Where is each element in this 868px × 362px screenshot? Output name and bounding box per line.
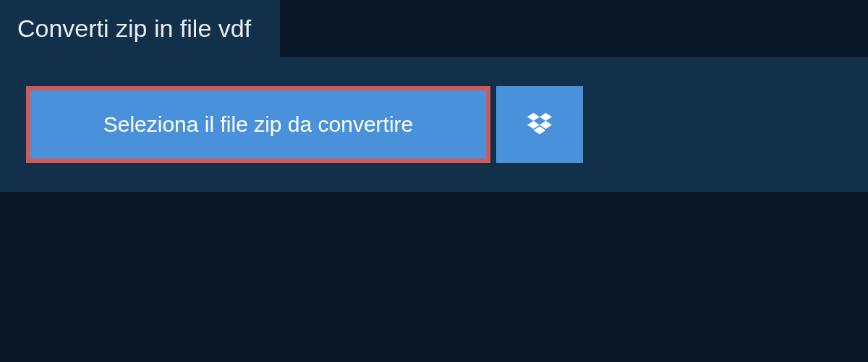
select-file-button[interactable]: Seleziona il file zip da convertire bbox=[26, 86, 490, 163]
page-title: Converti zip in file vdf bbox=[17, 14, 251, 42]
page-title-tab: Converti zip in file vdf bbox=[0, 0, 280, 57]
select-file-label: Seleziona il file zip da convertire bbox=[30, 90, 486, 159]
dropbox-button[interactable] bbox=[496, 86, 583, 163]
button-row: Seleziona il file zip da convertire bbox=[26, 86, 583, 163]
converter-panel: Seleziona il file zip da convertire bbox=[0, 57, 868, 192]
dropbox-icon bbox=[527, 113, 552, 136]
